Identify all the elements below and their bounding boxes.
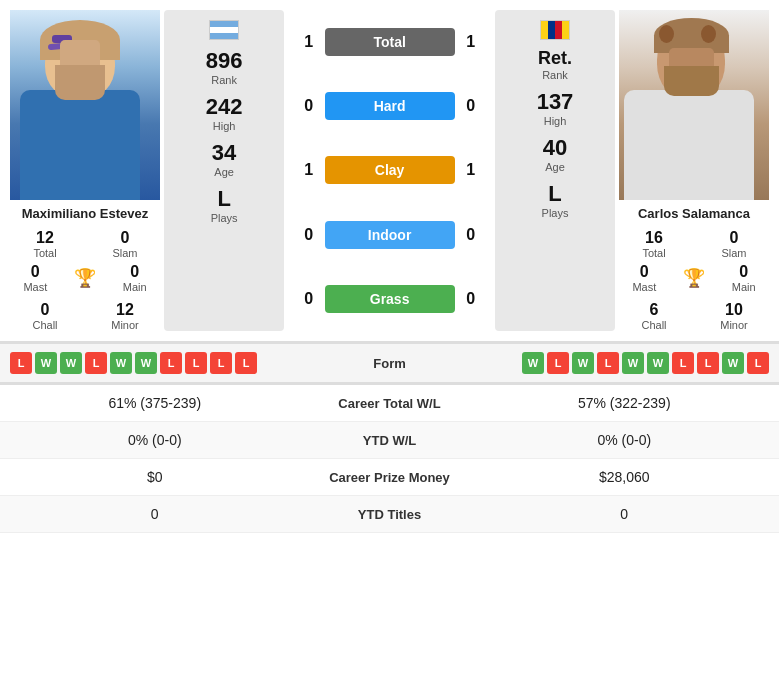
player1-trophy-row: 0 Mast 🏆 0 Main bbox=[10, 263, 160, 293]
ytd-titles-left: 0 bbox=[20, 506, 290, 522]
court-types-section: 1 Total 1 0 Hard 0 1 Clay 1 0 Indoor 0 0 bbox=[288, 10, 491, 331]
form-badge: W bbox=[522, 352, 544, 374]
career-wl-right: 57% (322-239) bbox=[490, 395, 760, 411]
player1-center-panel: 896 Rank 242 High 34 Age L Plays bbox=[164, 10, 284, 331]
form-section: LWWLWWLLLL Form WLWLWWLLWL bbox=[0, 343, 779, 382]
form-badge: L bbox=[747, 352, 769, 374]
ytd-titles-right: 0 bbox=[490, 506, 760, 522]
indoor-row: 0 Indoor 0 bbox=[292, 221, 487, 249]
player1-flag bbox=[209, 20, 239, 40]
clay-row: 1 Clay 1 bbox=[292, 156, 487, 184]
player2-main: 0 Main bbox=[732, 263, 756, 293]
grass-btn[interactable]: Grass bbox=[325, 285, 455, 313]
player2-center-panel: Ret. Rank 137 High 40 Age L Plays bbox=[495, 10, 615, 331]
form-badge: L bbox=[697, 352, 719, 374]
player1-age: 34 Age bbox=[212, 140, 236, 178]
ytd-wl-right: 0% (0-0) bbox=[490, 432, 760, 448]
career-wl-row: 61% (375-239) Career Total W/L 57% (322-… bbox=[0, 385, 779, 422]
player2-name: Carlos Salamanca bbox=[638, 206, 750, 221]
player1-minor: 12 Minor bbox=[90, 301, 160, 331]
career-wl-left: 61% (375-239) bbox=[20, 395, 290, 411]
player1-form-badges: LWWLWWLLLL bbox=[10, 352, 340, 374]
main-container: Maximiliano Estevez 12 Total 0 Slam 0 Ma… bbox=[0, 0, 779, 533]
player2-form-badges: WLWLWWLLWL bbox=[440, 352, 770, 374]
ytd-titles-row: 0 YTD Titles 0 bbox=[0, 496, 779, 533]
player1-rank: 896 Rank bbox=[206, 48, 243, 86]
player2-high: 137 High bbox=[537, 89, 574, 127]
player2-stats: 16 Total 0 Slam bbox=[619, 229, 769, 259]
player2-section: Carlos Salamanca 16 Total 0 Slam 0 Mast … bbox=[619, 10, 769, 331]
form-badge: L bbox=[185, 352, 207, 374]
player2-trophy-row: 0 Mast 🏆 0 Main bbox=[619, 263, 769, 293]
player2-chall: 6 Chall bbox=[619, 301, 689, 331]
form-badge: W bbox=[110, 352, 132, 374]
stats-rows: 61% (375-239) Career Total W/L 57% (322-… bbox=[0, 384, 779, 533]
clay-btn[interactable]: Clay bbox=[325, 156, 455, 184]
hard-row: 0 Hard 0 bbox=[292, 92, 487, 120]
form-badge: W bbox=[622, 352, 644, 374]
player1-main: 0 Main bbox=[123, 263, 147, 293]
form-badge: W bbox=[572, 352, 594, 374]
form-badge: W bbox=[135, 352, 157, 374]
player2-mast: 0 Mast bbox=[632, 263, 656, 293]
prize-money-row: $0 Career Prize Money $28,060 bbox=[0, 459, 779, 496]
player1-high: 242 High bbox=[206, 94, 243, 132]
ytd-wl-left: 0% (0-0) bbox=[20, 432, 290, 448]
trophy-icon-left: 🏆 bbox=[74, 267, 96, 289]
players-section: Maximiliano Estevez 12 Total 0 Slam 0 Ma… bbox=[0, 0, 779, 341]
total-btn[interactable]: Total bbox=[325, 28, 455, 56]
player1-stats: 12 Total 0 Slam bbox=[10, 229, 160, 259]
form-badge: W bbox=[722, 352, 744, 374]
player2-age: 40 Age bbox=[543, 135, 567, 173]
player1-slam: 0 Slam bbox=[90, 229, 160, 259]
player1-chall: 0 Chall bbox=[10, 301, 80, 331]
form-badge: L bbox=[10, 352, 32, 374]
player1-plays: L Plays bbox=[211, 186, 238, 224]
ytd-wl-row: 0% (0-0) YTD W/L 0% (0-0) bbox=[0, 422, 779, 459]
form-badge: L bbox=[672, 352, 694, 374]
indoor-btn[interactable]: Indoor bbox=[325, 221, 455, 249]
player1-total: 12 Total bbox=[10, 229, 80, 259]
player1-section: Maximiliano Estevez 12 Total 0 Slam 0 Ma… bbox=[10, 10, 160, 331]
player1-bottom-stats: 0 Chall 12 Minor bbox=[10, 301, 160, 331]
prize-money-right: $28,060 bbox=[490, 469, 760, 485]
player2-bottom-stats: 6 Chall 10 Minor bbox=[619, 301, 769, 331]
form-badge: W bbox=[60, 352, 82, 374]
player2-slam: 0 Slam bbox=[699, 229, 769, 259]
hard-btn[interactable]: Hard bbox=[325, 92, 455, 120]
form-badge: W bbox=[35, 352, 57, 374]
prize-money-label: Career Prize Money bbox=[290, 470, 490, 485]
form-badge: L bbox=[235, 352, 257, 374]
form-badge: L bbox=[547, 352, 569, 374]
ytd-wl-label: YTD W/L bbox=[290, 433, 490, 448]
player2-photo bbox=[619, 10, 769, 200]
player1-photo bbox=[10, 10, 160, 200]
form-badge: L bbox=[210, 352, 232, 374]
player1-mast: 0 Mast bbox=[23, 263, 47, 293]
form-label: Form bbox=[350, 356, 430, 371]
player2-minor: 10 Minor bbox=[699, 301, 769, 331]
form-badge: L bbox=[597, 352, 619, 374]
total-row: 1 Total 1 bbox=[292, 28, 487, 56]
grass-row: 0 Grass 0 bbox=[292, 285, 487, 313]
player2-plays: L Plays bbox=[542, 181, 569, 219]
player2-rank: Ret. Rank bbox=[538, 48, 572, 81]
player1-name: Maximiliano Estevez bbox=[22, 206, 148, 221]
career-wl-label: Career Total W/L bbox=[290, 396, 490, 411]
player2-flag bbox=[540, 20, 570, 40]
ytd-titles-label: YTD Titles bbox=[290, 507, 490, 522]
player2-total: 16 Total bbox=[619, 229, 689, 259]
prize-money-left: $0 bbox=[20, 469, 290, 485]
form-badge: L bbox=[85, 352, 107, 374]
form-badge: W bbox=[647, 352, 669, 374]
form-badge: L bbox=[160, 352, 182, 374]
trophy-icon-right: 🏆 bbox=[683, 267, 705, 289]
